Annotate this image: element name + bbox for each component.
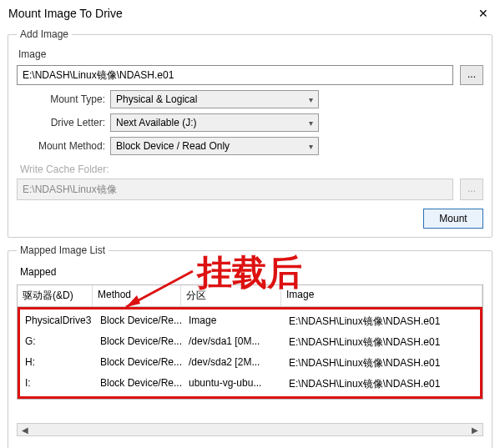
drive-letter-value: Next Available (J:) (116, 117, 197, 128)
chevron-down-icon: ▾ (309, 95, 313, 104)
col-method[interactable]: Method (93, 285, 181, 306)
close-icon[interactable]: ✕ (475, 7, 492, 20)
col-partition[interactable]: 分区 (181, 285, 281, 306)
window-title: Mount Image To Drive (8, 7, 123, 20)
scroll-left-icon[interactable]: ◀ (19, 425, 31, 435)
col-drive[interactable]: 驱动器(&D) (18, 285, 93, 306)
cell: PhysicalDrive3 (20, 313, 95, 330)
cell: H: (20, 355, 95, 372)
cell: Image (184, 313, 284, 330)
mount-type-select[interactable]: Physical & Logical ▾ (110, 90, 319, 108)
cell: Block Device/Re... (95, 334, 184, 351)
scroll-right-icon[interactable]: ▶ (469, 425, 481, 435)
cache-folder-label: Write Cache Folder: (20, 164, 483, 175)
table-row[interactable]: PhysicalDrive3Block Device/Re...ImageE:\… (20, 311, 480, 332)
table-row[interactable]: I:Block Device/Re...ubuntu-vg-ubu...E:\N… (20, 374, 480, 395)
cell: E:\NDASH\Linux镜像\NDASH.e01 (284, 355, 480, 372)
mapped-table: 驱动器(&D) Method 分区 Image PhysicalDrive3Bl… (17, 284, 483, 400)
cell: Block Device/Re... (95, 313, 184, 330)
mount-method-select[interactable]: Block Device / Read Only ▾ (110, 137, 319, 155)
image-path-input[interactable] (17, 65, 453, 85)
cell: G: (20, 334, 95, 351)
drive-letter-label: Drive Letter: (28, 117, 110, 128)
mount-method-label: Mount Method: (28, 140, 110, 152)
chevron-down-icon: ▾ (309, 142, 313, 151)
cell: I: (20, 375, 95, 393)
mount-method-value: Block Device / Read Only (116, 140, 230, 152)
drive-letter-select[interactable]: Next Available (J:) ▾ (110, 113, 319, 132)
mount-button[interactable]: Mount (423, 209, 483, 229)
image-label: Image (18, 48, 483, 60)
horizontal-scrollbar[interactable]: ◀ ▶ (17, 423, 483, 436)
cell: Block Device/Re... (95, 355, 184, 372)
table-row[interactable]: H:Block Device/Re.../dev/sda2 [2M...E:\N… (20, 353, 480, 374)
cell: ubuntu-vg-ubu... (184, 375, 284, 393)
add-image-group: Add Image Image ... Mount Type: Physical… (8, 28, 492, 238)
col-image[interactable]: Image (281, 285, 482, 306)
cell: Block Device/Re... (95, 375, 184, 393)
add-image-legend: Add Image (17, 28, 72, 40)
cell: /dev/sda1 [0M... (184, 334, 284, 351)
cell: E:\NDASH\Linux镜像\NDASH.e01 (284, 375, 480, 393)
chevron-down-icon: ▾ (309, 118, 313, 128)
mount-type-value: Physical & Logical (116, 93, 197, 105)
cell: E:\NDASH\Linux镜像\NDASH.e01 (284, 334, 480, 351)
cell: E:\NDASH\Linux镜像\NDASH.e01 (284, 313, 480, 330)
cell: /dev/sda2 [2M... (184, 355, 284, 372)
mapped-legend: Mapped Image List (17, 244, 109, 256)
mapped-subtitle: Mapped (20, 266, 483, 278)
browse-image-button[interactable]: ... (460, 65, 483, 85)
browse-cache-button: ... (460, 179, 483, 200)
mount-type-label: Mount Type: (28, 93, 110, 105)
table-row[interactable]: G:Block Device/Re.../dev/sda1 [0M...E:\N… (20, 332, 480, 353)
mapped-image-list-group: Mapped Image List Mapped 驱动器(&D) Method … (8, 244, 492, 448)
cache-folder-input (17, 179, 453, 200)
